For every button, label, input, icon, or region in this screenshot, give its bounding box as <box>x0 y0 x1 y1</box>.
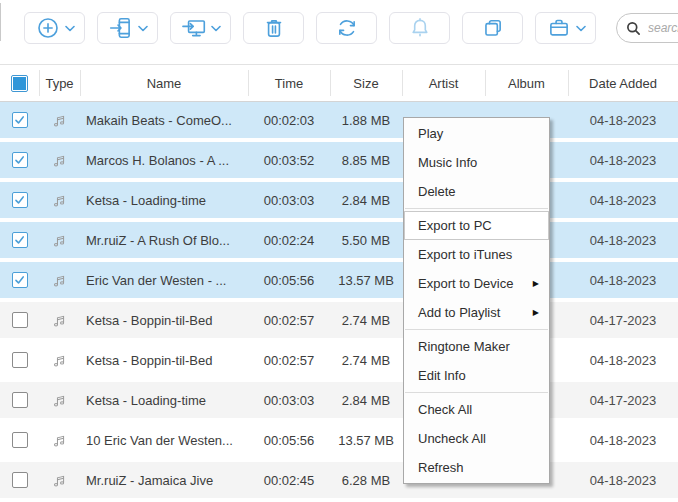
column-header-time[interactable]: Time <box>248 65 330 101</box>
context-menu-item[interactable]: Export to PC ▶ <box>404 211 549 240</box>
copy-icon <box>480 15 506 41</box>
song-size: 2.84 MB <box>342 393 390 408</box>
song-size: 2.84 MB <box>342 193 390 208</box>
row-checkbox[interactable] <box>12 232 28 248</box>
column-header-date-added[interactable]: Date Added <box>568 65 678 101</box>
table-row[interactable]: Makaih Beats - ComeO... 00:02:03 1.88 MB… <box>0 102 678 142</box>
search-input[interactable] <box>646 20 678 36</box>
menu-separator <box>405 392 548 393</box>
song-time: 00:02:45 <box>264 473 315 488</box>
song-date-added: 04-18-2023 <box>590 193 657 208</box>
add-button[interactable] <box>24 12 85 44</box>
delete-button[interactable] <box>243 12 304 44</box>
table-row[interactable]: Eric Van der Westen - ... 00:05:56 13.57… <box>0 262 678 302</box>
song-date-added: 04-17-2023 <box>590 313 657 328</box>
chevron-down-icon <box>65 25 75 32</box>
table-row[interactable]: Ketsa - Loading-time 00:03:03 2.84 MB 04… <box>0 182 678 222</box>
context-menu-item[interactable]: Add to Playlist ▶ <box>404 298 549 327</box>
refresh-button[interactable] <box>316 12 377 44</box>
export-to-pc-button[interactable] <box>170 12 231 44</box>
context-menu-item[interactable]: Check All ▶ <box>404 395 549 424</box>
music-note-icon <box>51 152 68 169</box>
song-time: 00:05:56 <box>264 273 315 288</box>
notifications-button[interactable] <box>389 12 450 44</box>
refresh-icon <box>334 15 360 41</box>
export-to-monitor-icon <box>181 15 207 41</box>
song-time: 00:02:03 <box>264 113 315 128</box>
row-checkbox[interactable] <box>12 112 28 128</box>
context-menu-item[interactable]: Edit Info ▶ <box>404 361 549 390</box>
column-header-name[interactable]: Name <box>80 65 248 101</box>
row-checkbox[interactable] <box>12 192 28 208</box>
context-menu-item[interactable]: Refresh ▶ <box>404 453 549 482</box>
song-name: Makaih Beats - ComeO... <box>86 113 232 128</box>
context-menu-item[interactable]: Export to Device ▶ <box>404 269 549 298</box>
briefcase-icon <box>546 15 572 41</box>
song-name: 10 Eric Van der Westen... <box>86 433 233 448</box>
row-checkbox[interactable] <box>12 152 28 168</box>
context-menu-item[interactable]: Music Info ▶ <box>404 148 549 177</box>
song-name: Ketsa - Loading-time <box>86 393 206 408</box>
table-row[interactable]: Mr.ruiZ - A Rush Of Blo... 00:02:24 5.50… <box>0 222 678 262</box>
song-name: Marcos H. Bolanos - A ... <box>86 153 229 168</box>
song-date-added: 04-18-2023 <box>590 273 657 288</box>
row-checkbox[interactable] <box>12 312 28 328</box>
song-time: 00:03:03 <box>264 393 315 408</box>
submenu-arrow-icon: ▶ <box>533 270 539 297</box>
column-header-size[interactable]: Size <box>330 65 402 101</box>
context-menu-item[interactable]: Delete ▶ <box>404 177 549 206</box>
row-checkbox[interactable] <box>12 432 28 448</box>
checkmark-icon <box>14 195 25 205</box>
context-menu-item[interactable]: Ringtone Maker ▶ <box>404 332 549 361</box>
toolbox-button[interactable] <box>535 12 596 44</box>
row-checkbox[interactable] <box>12 392 28 408</box>
song-date-added: 04-18-2023 <box>590 233 657 248</box>
music-note-icon <box>51 192 68 209</box>
chevron-down-icon <box>576 25 586 32</box>
select-all-checkbox[interactable] <box>11 75 28 92</box>
row-checkbox[interactable] <box>12 472 28 488</box>
table-row[interactable]: Ketsa - Loading-time 00:03:03 2.84 MB 04… <box>0 382 678 422</box>
import-to-device-button[interactable] <box>97 12 158 44</box>
context-menu-item[interactable]: Export to iTunes ▶ <box>404 240 549 269</box>
import-to-phone-icon <box>108 15 134 41</box>
song-time: 00:05:56 <box>264 433 315 448</box>
music-note-icon <box>51 232 68 249</box>
checkmark-icon <box>14 275 25 285</box>
context-menu-item[interactable]: Uncheck All ▶ <box>404 424 549 453</box>
song-time: 00:02:57 <box>264 353 315 368</box>
table-row[interactable]: Ketsa - Boppin-til-Bed 00:02:57 2.74 MB … <box>0 302 678 342</box>
bell-icon <box>407 15 433 41</box>
song-size: 2.74 MB <box>342 313 390 328</box>
submenu-arrow-icon: ▶ <box>533 299 539 326</box>
song-name: Ketsa - Boppin-til-Bed <box>86 353 212 368</box>
chevron-down-icon <box>211 25 221 32</box>
checkmark-icon <box>14 155 25 165</box>
select-all-cell <box>0 65 39 101</box>
music-note-icon <box>51 352 68 369</box>
table-row[interactable]: Mr.ruiZ - Jamaica Jive 00:02:45 6.28 MB … <box>0 462 678 502</box>
song-name: Ketsa - Loading-time <box>86 193 206 208</box>
column-header-artist[interactable]: Artist <box>402 65 485 101</box>
table-row[interactable]: Ketsa - Boppin-til-Bed 00:02:57 2.74 MB … <box>0 342 678 382</box>
row-checkbox[interactable] <box>12 352 28 368</box>
song-name: Mr.ruiZ - A Rush Of Blo... <box>86 233 230 248</box>
copy-button[interactable] <box>462 12 523 44</box>
song-size: 13.57 MB <box>338 273 394 288</box>
row-checkbox[interactable] <box>12 272 28 288</box>
song-time: 00:03:52 <box>264 153 315 168</box>
context-menu: Play ▶ Music Info ▶ Delete ▶ Export to P… <box>403 117 550 484</box>
column-header-type[interactable]: Type <box>39 65 80 101</box>
music-note-icon <box>51 272 68 289</box>
table-row[interactable]: 10 Eric Van der Westen... 00:05:56 13.57… <box>0 422 678 462</box>
table-row[interactable]: Marcos H. Bolanos - A ... 00:03:52 8.85 … <box>0 142 678 182</box>
song-name: Mr.ruiZ - Jamaica Jive <box>86 473 213 488</box>
song-size: 2.74 MB <box>342 353 390 368</box>
song-date-added: 04-17-2023 <box>590 393 657 408</box>
context-menu-item[interactable]: Play ▶ <box>404 119 549 148</box>
song-size: 13.57 MB <box>338 433 394 448</box>
music-note-icon <box>51 112 68 129</box>
menu-separator <box>405 329 548 330</box>
column-header-album[interactable]: Album <box>485 65 568 101</box>
song-size: 6.28 MB <box>342 473 390 488</box>
